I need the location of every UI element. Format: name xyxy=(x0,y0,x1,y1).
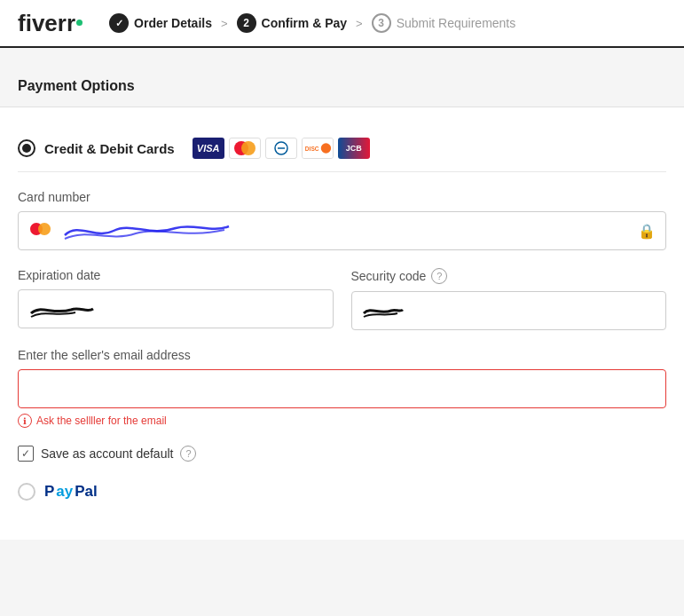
logo-text: fiverr xyxy=(18,10,75,37)
step1-label: Order Details xyxy=(134,16,212,30)
diners-icon xyxy=(265,138,297,159)
svg-point-6 xyxy=(320,143,330,153)
paypal-p-blue: P xyxy=(44,483,54,501)
step2-label: Confirm & Pay xyxy=(262,16,347,30)
credit-card-label: Credit & Debit Cards xyxy=(44,141,175,156)
save-default-help-icon[interactable]: ? xyxy=(180,446,196,462)
svg-text:DISC: DISC xyxy=(305,146,319,152)
step3-circle: 3 xyxy=(372,13,391,33)
header: fiverr ✓ Order Details > 2 Confirm & Pay… xyxy=(0,0,684,48)
step2-number: 2 xyxy=(243,17,249,29)
mastercard-icon xyxy=(229,138,261,159)
email-group: Enter the seller's email address ℹ Ask t… xyxy=(18,348,666,428)
card-number-input[interactable] xyxy=(18,211,666,250)
error-circle-icon: ℹ xyxy=(18,414,32,428)
step-confirm-pay[interactable]: 2 Confirm & Pay xyxy=(237,13,347,33)
logo-dot xyxy=(76,20,83,26)
step2-circle: 2 xyxy=(237,13,256,33)
email-label: Enter the seller's email address xyxy=(18,348,666,362)
jcb-icon: JCB xyxy=(338,138,370,159)
card-number-input-wrapper: 🔒 xyxy=(18,211,666,250)
step1-check-icon: ✓ xyxy=(115,18,123,29)
save-default-row[interactable]: ✓ Save as account default ? xyxy=(18,446,666,462)
card-type-mini-icon xyxy=(27,219,55,242)
credit-card-option[interactable]: Credit & Debit Cards VISA xyxy=(18,125,666,172)
card-number-label: Card number xyxy=(18,190,666,204)
save-default-label: Save as account default xyxy=(41,446,173,461)
lock-icon: 🔒 xyxy=(638,223,656,240)
email-error-text: Ask the sellller for the email xyxy=(36,415,167,427)
email-error-message: ℹ Ask the sellller for the email xyxy=(18,414,666,428)
chevron1-icon: > xyxy=(221,17,228,30)
paypal-p-light: ay xyxy=(56,483,73,501)
security-code-group: Security code ? xyxy=(351,268,667,330)
expiry-input[interactable] xyxy=(18,289,334,328)
step3-number: 3 xyxy=(378,17,384,29)
expiry-group: Expiration date xyxy=(18,268,334,330)
chevron2-icon: > xyxy=(356,17,363,30)
step3-label: Submit Requirements xyxy=(397,16,516,30)
step1-circle: ✓ xyxy=(109,13,129,33)
radio-inner-dot xyxy=(22,144,31,153)
paypal-logo: PayPal xyxy=(44,483,98,501)
expiry-label: Expiration date xyxy=(18,268,334,282)
steps-nav: ✓ Order Details > 2 Confirm & Pay > 3 Su… xyxy=(109,13,515,33)
payment-options-title: Payment Options xyxy=(0,66,684,107)
card-icons-row: VISA DISC xyxy=(193,138,370,159)
step-submit-requirements[interactable]: 3 Submit Requirements xyxy=(372,13,516,33)
expiry-input-wrapper xyxy=(18,289,334,328)
visa-icon: VISA xyxy=(193,138,224,159)
security-code-label-row: Security code ? xyxy=(351,268,667,284)
security-code-label: Security code xyxy=(351,269,427,283)
security-code-input[interactable] xyxy=(351,291,667,330)
save-default-checkbox[interactable]: ✓ xyxy=(18,446,34,462)
main-content: Payment Options Credit & Debit Cards VIS… xyxy=(0,48,684,616)
expiry-security-row: Expiration date Security code ? xyxy=(18,268,666,330)
svg-point-1 xyxy=(241,141,256,155)
card-number-group: Card number 🔒 xyxy=(18,190,666,250)
paypal-option[interactable]: PayPal xyxy=(18,470,666,513)
paypal-pal: Pal xyxy=(75,483,98,501)
logo: fiverr xyxy=(18,10,83,37)
svg-point-8 xyxy=(38,223,51,235)
security-input-wrapper xyxy=(351,291,667,330)
discover-icon: DISC xyxy=(302,138,334,159)
step-order-details[interactable]: ✓ Order Details xyxy=(109,13,212,33)
paypal-radio[interactable] xyxy=(18,483,35,501)
email-input[interactable] xyxy=(18,369,666,408)
payment-content: Credit & Debit Cards VISA xyxy=(0,107,684,540)
credit-card-radio[interactable] xyxy=(18,139,35,157)
security-help-icon[interactable]: ? xyxy=(431,268,447,284)
